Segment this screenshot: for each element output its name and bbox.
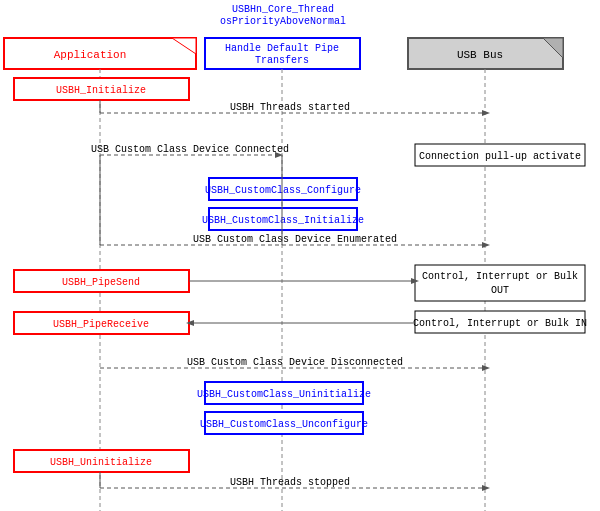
usbh-customclass-initialize-label: USBH_CustomClass_Initialize — [202, 215, 364, 226]
core-thread-header-line2: osPriorityAboveNormal — [220, 16, 346, 27]
threads-stopped-arrow — [482, 485, 490, 491]
core-thread-label1: Handle Default Pipe — [225, 43, 339, 54]
device-disconnected-label: USB Custom Class Device Disconnected — [187, 357, 403, 368]
core-thread-label2: Transfers — [255, 55, 309, 66]
device-enumerated-label: USB Custom Class Device Enumerated — [193, 234, 397, 245]
application-label: Application — [54, 49, 127, 61]
connection-pullup-label: Connection pull-up activate — [419, 151, 581, 162]
usbh-uninitialize-label: USBH_Uninitialize — [50, 457, 152, 468]
diagram-svg: USBHn_Core_Thread osPriorityAboveNormal … — [0, 0, 600, 511]
usbh-customclass-configure-label: USBH_CustomClass_Configure — [205, 185, 361, 196]
core-thread-header-line1: USBHn_Core_Thread — [232, 4, 334, 15]
usbh-customclass-unconfigure-label: USBH_CustomClass_Unconfigure — [200, 419, 368, 430]
usbh-pipesend-label: USBH_PipeSend — [62, 277, 140, 288]
threads-stopped-label: USBH Threads stopped — [230, 477, 350, 488]
usb-bus-label: USB Bus — [457, 49, 503, 61]
bulk-out-label2: OUT — [491, 285, 509, 296]
bulk-out-label1: Control, Interrupt or Bulk — [422, 271, 578, 282]
usbh-customclass-uninitialize-label: USBH_CustomClass_Uninitialize — [197, 389, 371, 400]
sequence-diagram: USBHn_Core_Thread osPriorityAboveNormal … — [0, 0, 600, 511]
threads-started-label: USBH Threads started — [230, 102, 350, 113]
device-connected-label: USB Custom Class Device Connected — [91, 144, 289, 155]
usbh-pipereceive-label: USBH_PipeReceive — [53, 319, 149, 330]
device-disconnected-arrow — [482, 365, 490, 371]
usbh-initialize-label: USBH_Initialize — [56, 85, 146, 96]
threads-started-arrow — [482, 110, 490, 116]
bulk-in-label: Control, Interrupt or Bulk IN — [413, 318, 587, 329]
device-enumerated-arrow — [482, 242, 490, 248]
